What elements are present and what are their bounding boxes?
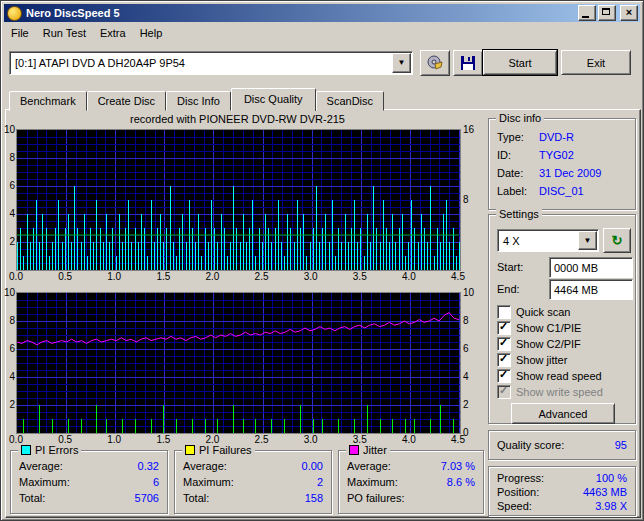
tab-create-disc[interactable]: Create Disc (87, 91, 166, 111)
checkbox-show-c2-pif[interactable]: ✓ Show C2/PIF (497, 337, 581, 351)
tab-scandisc[interactable]: ScanDisc (316, 91, 384, 111)
start-position-input[interactable]: 0000 MB (549, 257, 633, 278)
tab-disc-info[interactable]: Disc Info (166, 91, 231, 111)
drive-selector-value: [0:1] ATAPI DVD A DH20A4P 9P54 (10, 57, 392, 69)
menu-extra[interactable]: Extra (93, 25, 133, 41)
speed-value: 3.98 X (595, 500, 627, 512)
jitter-stats-title: Jitter (346, 444, 390, 456)
pie-maximum-value: 6 (153, 476, 159, 488)
end-position-label: End: (497, 283, 520, 295)
menu-help[interactable]: Help (133, 25, 170, 41)
recorded-with-label: recorded with PIONEER DVD-RW DVR-215 (16, 113, 459, 125)
pi-errors-right-axis: 168 (463, 129, 479, 269)
disc-label-label: Label: (497, 185, 527, 197)
pi-errors-left-axis: 108642 (3, 129, 15, 269)
hand-disc-icon (426, 54, 444, 72)
menu-run-test[interactable]: Run Test (36, 25, 93, 41)
advanced-button[interactable]: Advanced (511, 403, 615, 424)
pie-total-value: 5706 (135, 492, 159, 504)
tab-disc-quality[interactable]: Disc Quality (231, 88, 316, 111)
maximize-icon (602, 8, 610, 15)
end-position-value: 4464 MB (554, 284, 598, 296)
disc-label-value: DISC_01 (539, 185, 584, 197)
checkbox-show-jitter[interactable]: ✓ Show jitter (497, 353, 567, 367)
pi-errors-x-axis: 0.00.51.01.52.02.53.03.54.04.5 (16, 271, 459, 283)
jitter-right-axis: 1086420 (463, 292, 479, 432)
pie-total-label: Total: (19, 492, 45, 504)
position-value: 4463 MB (583, 486, 627, 498)
minimize-button[interactable] (578, 5, 596, 21)
po-failures-label: PO failures: (347, 492, 404, 504)
tab-benchmark[interactable]: Benchmark (9, 91, 87, 111)
floppy-save-icon (460, 55, 476, 71)
app-icon (7, 6, 22, 21)
pif-average-label: Average: (183, 460, 227, 472)
checkbox-show-c1-pie-label: Show C1/PIE (516, 322, 581, 334)
checkbox-quick-scan-label: Quick scan (516, 306, 570, 318)
quality-score-label: Quality score: (497, 439, 564, 451)
save-button[interactable] (453, 50, 483, 76)
pif-maximum-value: 2 (317, 476, 323, 488)
checkbox-show-write-speed: ✓ Show write speed (497, 385, 603, 399)
refresh-speeds-button[interactable]: ↻ (603, 228, 631, 253)
settings-title: Settings (496, 208, 542, 220)
jitter-stats-group: Jitter Average:7.03 % Maximum:8.6 % PO f… (338, 450, 484, 514)
checkbox-show-c1-pie[interactable]: ✓ Show C1/PIE (497, 321, 581, 335)
pi-failures-stats-title: PI Failures (182, 444, 255, 456)
jitter-average-value: 7.03 % (441, 460, 475, 472)
disc-quality-page: recorded with PIONEER DVD-RW DVR-215 108… (5, 109, 641, 518)
checkbox-icon: ✓ (497, 369, 511, 383)
pie-average-label: Average: (19, 460, 63, 472)
jitter-average-label: Average: (347, 460, 391, 472)
end-position-input[interactable]: 4464 MB (549, 279, 633, 300)
checkbox-icon (497, 305, 511, 319)
speed-label: Speed: (497, 500, 532, 512)
maximize-button[interactable] (598, 5, 616, 21)
checkbox-show-read-speed-label: Show read speed (516, 370, 602, 382)
disc-date-label: Date: (497, 167, 523, 179)
start-position-value: 0000 MB (554, 262, 598, 274)
checkbox-show-read-speed[interactable]: ✓ Show read speed (497, 369, 602, 383)
exit-button[interactable]: Exit (561, 50, 631, 75)
progress-group: Progress:100 % Position:4463 MB Speed:3.… (488, 466, 636, 516)
jitter-legend-icon (349, 445, 359, 455)
progress-label: Progress: (497, 472, 544, 484)
quality-score-group: Quality score: 95 (488, 430, 636, 460)
menu-bar: File Run Test Extra Help (4, 23, 640, 42)
pif-average-value: 0.00 (302, 460, 323, 472)
menu-file[interactable]: File (4, 25, 36, 41)
jitter-left-axis: 108642 (3, 292, 15, 432)
tab-strip: BenchmarkCreate DiscDisc InfoDisc Qualit… (9, 88, 384, 110)
app-window: Nero DiscSpeed 5 × File Run Test Extra H… (0, 0, 644, 521)
burn-disc-button[interactable] (420, 50, 450, 76)
checkbox-show-jitter-label: Show jitter (516, 354, 567, 366)
chevron-down-icon[interactable]: ▼ (578, 231, 597, 250)
checkbox-quick-scan[interactable]: Quick scan (497, 305, 570, 319)
pi-errors-stats-group: PI Errors Average:0.32 Maximum:6 Total:5… (10, 450, 168, 514)
title-bar[interactable]: Nero DiscSpeed 5 × (4, 4, 640, 22)
disc-id-label: ID: (497, 149, 511, 161)
pie-maximum-label: Maximum: (19, 476, 70, 488)
jitter-maximum-value: 8.6 % (447, 476, 475, 488)
refresh-icon: ↻ (612, 233, 623, 248)
jitter-chart (16, 292, 461, 434)
start-button[interactable]: Start (483, 50, 557, 75)
disc-type-label: Type: (497, 131, 524, 143)
start-position-label: Start: (497, 261, 523, 273)
disc-info-group: Disc info Type:DVD-R ID:TYG02 Date:31 De… (488, 118, 636, 210)
close-button[interactable]: × (620, 5, 638, 21)
drive-selector[interactable]: [0:1] ATAPI DVD A DH20A4P 9P54 ▼ (9, 51, 413, 75)
pif-total-label: Total: (183, 492, 209, 504)
close-icon: × (621, 5, 637, 19)
scan-speed-select[interactable]: 4 X ▼ (497, 229, 599, 252)
chevron-down-icon[interactable]: ▼ (392, 53, 411, 73)
pi-errors-stats-title: PI Errors (18, 444, 81, 456)
disc-id-value: TYG02 (539, 149, 574, 161)
pie-average-value: 0.32 (138, 460, 159, 472)
disc-date-value: 31 Dec 2009 (539, 167, 601, 179)
disc-info-title: Disc info (496, 112, 544, 124)
pif-maximum-label: Maximum: (183, 476, 234, 488)
checkbox-icon: ✓ (497, 321, 511, 335)
pi-errors-chart (16, 129, 461, 271)
checkbox-icon: ✓ (497, 337, 511, 351)
